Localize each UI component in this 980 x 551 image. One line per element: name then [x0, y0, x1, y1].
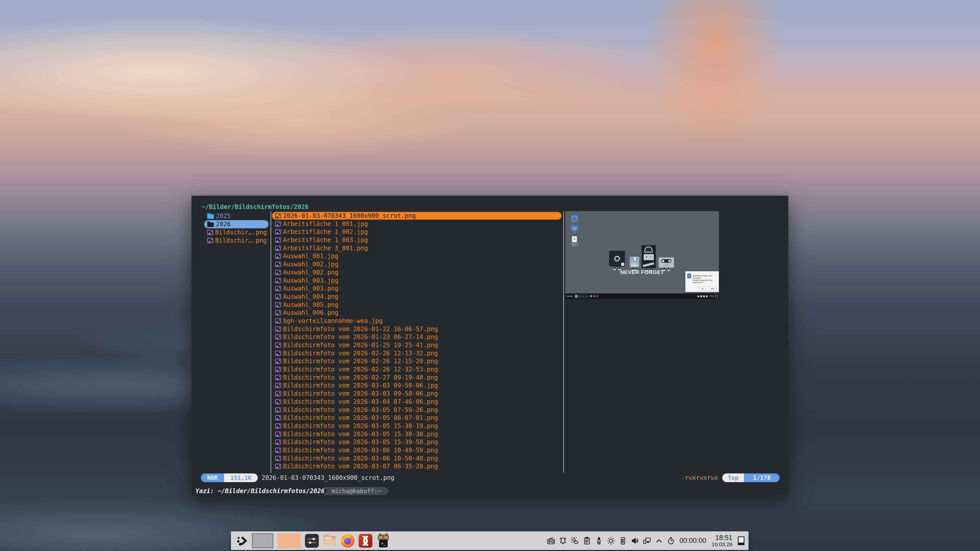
icon-label: Rechner — [571, 221, 578, 222]
tray-glyph — [700, 295, 702, 297]
clipboard-icon[interactable] — [582, 536, 592, 545]
file-name: Auswahl_006.png — [283, 309, 339, 316]
file-name: Bildschirmfoto vom 2026-03-05 15-38-19.p… — [283, 422, 438, 430]
image-file-icon — [275, 343, 281, 348]
timer-readout[interactable]: 00:00:00 — [679, 537, 706, 545]
trash-icon: ♻ — [572, 236, 577, 242]
file-name: Arbeitsfläche 1_002.jpg — [283, 228, 368, 235]
file-row[interactable]: Bildschirmfoto vom 2026-03-06 10-49-59.p… — [272, 446, 562, 454]
keepassxc-icon[interactable] — [618, 536, 628, 545]
tray-glyph — [596, 295, 598, 297]
double-commander-icon[interactable] — [359, 534, 372, 548]
folder-icon — [571, 226, 578, 230]
kitty-terminal-icon[interactable]: >_ — [376, 534, 390, 548]
show-desktop-button[interactable] — [738, 537, 745, 545]
expand-caret-icon[interactable] — [654, 536, 663, 545]
image-file-icon — [275, 464, 281, 469]
image-file-icon — [275, 334, 281, 340]
image-file-icon — [275, 424, 281, 429]
preview-desktop-icon: Rechner — [568, 215, 581, 222]
yes-button: Ja — [698, 287, 706, 291]
file-row[interactable]: Arbeitsfläche 3_001.png — [272, 245, 562, 252]
app-menu-icon[interactable] — [236, 535, 248, 547]
file-row[interactable]: Bildschirmfoto vom 2026-03-05 08-07-01.p… — [272, 414, 562, 422]
stopwatch-icon[interactable] — [667, 536, 676, 545]
image-file-icon — [275, 286, 281, 291]
file-row[interactable]: Bildschirmfoto vom 2026-03-07 06-35-20.p… — [272, 462, 562, 470]
image-file-icon — [275, 456, 281, 461]
file-row[interactable]: Auswahl_003.jpg — [272, 277, 562, 284]
file-row[interactable]: Auswahl_002.jpg — [272, 260, 562, 268]
file-row[interactable]: Auswahl_006.png — [272, 309, 562, 317]
status-bar: NOR 151,1K 2026-01-03-070343_1600x900_sc… — [191, 473, 788, 482]
file-row[interactable]: Bildschirmfoto vom 2026-03-03 09-58-06.p… — [272, 390, 562, 397]
file-name: Bildschirmfoto vom 2026-02-26 12-32-53.p… — [283, 366, 438, 373]
file-name: Bildschirmfoto vom 2026-01-22 16-06-57.p… — [283, 326, 438, 333]
parent-dir-row[interactable]: Bildschir….png — [204, 228, 269, 237]
file-row[interactable]: Arbeitsfläche 1_003.jpg — [272, 236, 562, 244]
file-row[interactable]: Bildschirmfoto vom 2026-02-26 12-32-53.p… — [272, 365, 562, 373]
file-row[interactable]: Bildschirmfoto vom 2026-03-05 15-38-19.p… — [272, 422, 562, 430]
parent-dir-row[interactable]: 2026 — [204, 220, 269, 228]
file-row[interactable]: bgh-vorteilsannahme-wea.jpg — [272, 317, 562, 325]
preview-workspace: 2 — [578, 295, 581, 298]
file-row[interactable]: Auswahl_002.png — [272, 268, 562, 276]
image-file-icon — [275, 440, 281, 445]
file-row[interactable]: Bildschirmfoto vom 2026-01-25 19-25-41.p… — [272, 341, 562, 349]
cassette-character — [659, 257, 674, 268]
file-row[interactable]: Arbeitsfläche 1_002.jpg — [272, 228, 562, 236]
image-file-icon — [275, 213, 281, 218]
file-row[interactable]: Bildschirmfoto vom 2026-03-04 07-46-06.p… — [272, 398, 562, 406]
parent-dir-row[interactable]: Bildschir….png — [204, 237, 269, 245]
file-row[interactable]: Bildschirmfoto vom 2026-03-05 15-38-30.p… — [272, 430, 562, 438]
removable-device-icon[interactable] — [594, 536, 604, 545]
parent-dir-row[interactable]: 2025 — [204, 212, 269, 220]
virtual-desktop-2[interactable] — [277, 534, 301, 548]
file-row[interactable]: Bildschirmfoto vom 2026-03-05 07-59-26.p… — [272, 406, 562, 414]
current-path: ~/Bilder/Bildschirmfotos/2026 — [202, 203, 309, 211]
icon-label: mc — [573, 231, 576, 233]
file-row[interactable]: Bildschirmfoto vom 2026-03-05 15-39-58.p… — [272, 438, 562, 446]
file-row[interactable]: Arbeitsfläche 1_001.jpg — [272, 220, 562, 228]
file-name: Bildschirmfoto vom 2026-03-05 15-39-58.p… — [283, 438, 438, 446]
notifications-bell-icon[interactable] — [558, 536, 568, 545]
settings-app-icon[interactable] — [305, 534, 319, 548]
file-row[interactable]: Auswahl_003.png — [272, 285, 562, 292]
firefox-icon[interactable] — [341, 534, 355, 548]
image-file-icon — [275, 262, 281, 267]
file-size-badge: 151,1K — [224, 473, 258, 482]
file-row[interactable]: Bildschirmfoto vom 2026-02-26 12-15-20.p… — [272, 357, 562, 365]
image-file-icon — [275, 399, 281, 404]
file-row[interactable]: Bildschirmfoto vom 2026-02-27 09-19-48.p… — [272, 374, 562, 381]
file-name: Auswahl_003.jpg — [283, 277, 339, 284]
weather-icon[interactable] — [570, 536, 579, 545]
computer-icon — [571, 215, 578, 220]
radio-icon[interactable] — [546, 536, 555, 545]
image-file-icon — [275, 254, 281, 259]
file-manager-icon[interactable] — [323, 534, 337, 548]
display-layout-icon[interactable] — [642, 536, 652, 545]
file-row[interactable]: Auswahl_005.png — [272, 301, 562, 309]
file-row[interactable]: Bildschirmfoto vom 2026-01-23 06-27-14.p… — [272, 333, 562, 341]
brightness-icon[interactable] — [606, 536, 616, 545]
file-row[interactable]: Auswahl_001.jpg — [272, 252, 562, 260]
file-row[interactable]: Auswahl_004.png — [272, 293, 562, 300]
virtual-desktop-1[interactable] — [252, 534, 273, 548]
shell-tab[interactable]: micha@kabuff:~ — [324, 487, 389, 495]
file-row[interactable]: Bildschirmfoto vom 2026-01-22 16-06-57.p… — [272, 325, 562, 333]
image-file-icon — [275, 367, 281, 372]
tray-glyph — [590, 295, 592, 297]
file-name: Bildschirmfoto vom 2026-01-23 06-27-14.p… — [283, 333, 438, 341]
file-row[interactable]: Bildschirmfoto vom 2026-02-26 12-13-32.p… — [272, 349, 562, 357]
file-row[interactable]: 2026-01-03-070343_1600x900_scrot.png — [272, 212, 562, 220]
mode-size-capsule: NOR 151,1K — [201, 473, 258, 482]
image-file-icon — [275, 238, 281, 243]
file-name: Bildschirmfoto vom 2026-02-26 12-13-32.p… — [283, 350, 438, 357]
file-row[interactable]: Bildschirmfoto vom 2026-03-06 10-50-40.p… — [272, 454, 562, 462]
volume-icon[interactable] — [630, 536, 640, 545]
pane-divider — [563, 211, 564, 473]
file-name: Auswahl_004.png — [283, 293, 339, 300]
file-row[interactable]: Bildschirmfoto vom 2026-03-03 09-58-06.j… — [272, 382, 562, 389]
digital-clock[interactable]: 18:51 10.03.26 — [711, 534, 732, 547]
preview-desktop-icon: mc — [568, 226, 581, 233]
